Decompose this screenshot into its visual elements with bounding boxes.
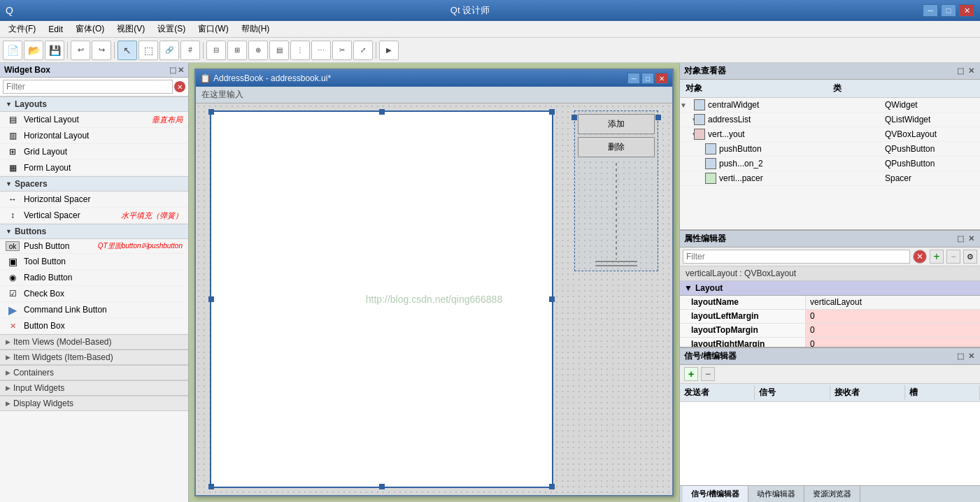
obj-row-5[interactable]: verti...pacer Spacer [680,171,980,186]
widget-horizontal-layout[interactable]: ▥ Horizontal Layout [0,128,188,144]
obj-expand-0[interactable]: ▼ [680,101,691,109]
widget-radio-button[interactable]: ◉ Radio Button [0,270,188,286]
prop-val-topmargin[interactable]: 0 [806,324,980,337]
prop-row-rightmargin[interactable]: layoutRightMargin 0 [680,338,980,347]
save-btn[interactable]: 💾 [45,41,64,60]
handle-bm[interactable] [379,484,385,489]
menu-help[interactable]: 帮助(H) [236,22,276,36]
new-btn[interactable]: 📄 [3,41,22,60]
designer-canvas[interactable]: 添加 删除 http://blog.cs [196,103,672,495]
handle-tm[interactable] [379,109,385,115]
buddy-btn[interactable]: 🔗 [159,41,179,60]
designer-minimize-btn[interactable]: ─ [627,73,640,84]
panel-close-btn[interactable]: ✕ [178,66,184,75]
vbox-handle-tr[interactable] [655,115,661,120]
handle-tl[interactable] [208,109,214,115]
obj-float-btn[interactable]: ⬚ [956,66,965,76]
open-btn[interactable]: 📂 [24,41,43,60]
add-button[interactable]: 添加 [578,114,655,134]
section-input-widgets[interactable]: ▶ Input Widgets [0,380,188,396]
prop-filter-input[interactable] [683,250,910,264]
vbox-handle-tl[interactable] [571,115,577,120]
list-widget[interactable] [210,110,553,488]
widget-push-button[interactable]: ok Push Button QT里面button叫pushbutton [0,239,188,254]
menu-edit[interactable]: Edit [43,23,69,36]
widget-vertical-layout[interactable]: ▤ Vertical Layout 垂直布局 [0,112,188,128]
handle-bl[interactable] [208,484,214,489]
prop-filter-clear[interactable]: ✕ [913,250,927,264]
prop-add-btn[interactable]: + [930,250,944,264]
menu-window[interactable]: 窗口(W) [192,22,234,36]
break-layout-btn[interactable]: ✂ [332,41,352,60]
prop-remove-btn[interactable]: − [946,250,960,264]
redo-btn[interactable]: ↪ [92,41,111,60]
prop-val-layoutname[interactable]: verticalLayout [806,296,980,309]
signal-float-btn[interactable]: ⬚ [956,352,965,361]
vbox-selection[interactable]: 添加 删除 [574,110,658,271]
tab-resource-browser[interactable]: 资源浏览器 [804,486,860,502]
obj-expand-1[interactable]: ▼ [680,116,691,124]
obj-expand-2[interactable]: ▼ [680,131,691,138]
prop-config-btn[interactable]: ⚙ [963,250,977,264]
prop-row-topmargin[interactable]: layoutTopMargin 0 [680,324,980,338]
obj-row-3[interactable]: pushButton QPushButton [680,142,980,157]
prop-row-layoutname[interactable]: layoutName verticalLayout [680,296,980,310]
obj-row-2[interactable]: ▼ vert...yout QVBoxLayout [680,127,980,142]
handle-ml[interactable] [208,296,214,302]
layout-split-h-btn[interactable]: ⋮ [290,41,310,60]
preview-btn[interactable]: ▶ [379,41,399,60]
widget-horizontal-spacer[interactable]: ↔ Horizontal Spacer [0,192,188,208]
pointer-btn[interactable]: ↖ [118,41,137,60]
prop-row-leftmargin[interactable]: layoutLeftMargin 0 [680,310,980,324]
designer-restore-btn[interactable]: □ [641,73,654,84]
minimize-btn[interactable]: ─ [923,4,938,17]
prop-float-btn[interactable]: ⬚ [956,234,965,243]
prop-val-leftmargin[interactable]: 0 [806,310,980,323]
signal-add-btn[interactable]: + [684,367,698,381]
menu-view[interactable]: 视图(V) [111,22,150,36]
close-btn[interactable]: ✕ [959,4,974,17]
handle-br[interactable] [549,484,555,489]
tab-signal-editor[interactable]: 信号/槽编辑器 [683,486,748,502]
undo-btn[interactable]: ↩ [71,41,90,60]
obj-close-btn[interactable]: ✕ [967,66,976,76]
layout-v-btn[interactable]: ⊞ [227,41,247,60]
signal-remove-btn[interactable]: − [701,367,715,381]
widget-button-box[interactable]: ✕ Button Box [0,318,188,334]
prop-close-btn[interactable]: ✕ [967,234,976,243]
signal-close-btn[interactable]: ✕ [967,352,976,361]
widget-command-link[interactable]: ▶ Command Link Button [0,302,188,318]
tab-order-btn[interactable]: ⬚ [139,41,158,60]
layout-split-v-btn[interactable]: ⋯ [311,41,331,60]
signal-btn[interactable]: # [180,41,200,60]
adjust-size-btn[interactable]: ⤢ [353,41,373,60]
handle-tr[interactable] [549,109,555,115]
widget-vertical-spacer[interactable]: ↕ Vertical Spacer 水平填充（弹簧） [0,208,188,224]
menu-settings[interactable]: 设置(S) [152,22,191,36]
widget-check-box[interactable]: ☑ Check Box [0,286,188,302]
designer-close-btn[interactable]: ✕ [655,73,668,84]
tab-action-editor[interactable]: 动作编辑器 [748,486,804,502]
section-item-widgets[interactable]: ▶ Item Widgets (Item-Based) [0,350,188,365]
section-item-views[interactable]: ▶ Item Views (Model-Based) [0,334,188,350]
prop-val-rightmargin[interactable]: 0 [806,338,980,347]
widget-grid-layout[interactable]: ⊞ Grid Layout [0,144,188,160]
widget-filter-input[interactable] [3,80,173,94]
layout-grid-btn[interactable]: ⊕ [248,41,268,60]
section-display-widgets[interactable]: ▶ Display Widgets [0,396,188,411]
layout-h-btn[interactable]: ⊟ [206,41,226,60]
section-containers[interactable]: ▶ Containers [0,365,188,380]
obj-row-0[interactable]: ▼ centralWidget QWidget [680,98,980,113]
widget-form-layout[interactable]: ▦ Form Layout [0,160,188,176]
obj-row-4[interactable]: push...on_2 QPushButton [680,157,980,171]
menu-file[interactable]: 文件(F) [3,22,41,36]
filter-clear-btn[interactable]: ✕ [174,81,185,92]
widget-tool-button[interactable]: ▣ Tool Button [0,254,188,270]
maximize-btn[interactable]: □ [941,4,956,17]
menu-form[interactable]: 窗体(O) [70,22,110,36]
delete-button[interactable]: 删除 [578,137,655,157]
panel-float-btn[interactable]: ⬚ [169,66,176,75]
layout-form-btn[interactable]: ▤ [269,41,289,60]
handle-mr[interactable] [549,296,555,302]
obj-row-1[interactable]: ▼ addressList QListWidget [680,113,980,127]
